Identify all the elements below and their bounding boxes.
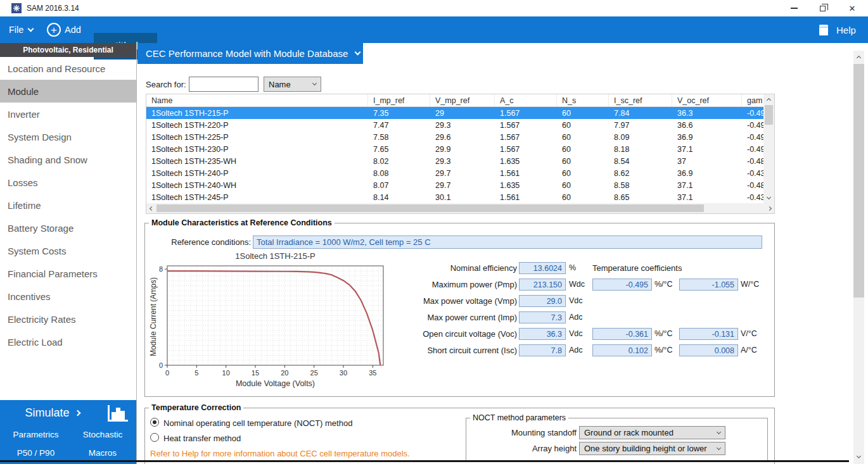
table-cell: 1.561 [495,193,557,202]
sidebar-item-system-costs[interactable]: System Costs [0,239,136,262]
macros-button[interactable]: Macros [71,448,134,458]
search-filter-dropdown[interactable]: Name [264,77,321,92]
table-cell: 1.567 [495,121,557,130]
svg-text:10: 10 [222,369,230,377]
performance-model-selector[interactable]: CEC Performance Model with Module Databa… [137,43,363,64]
max-power-current-label: Max power current (Imp) [390,313,517,322]
table-scroll-right-button[interactable] [764,203,774,213]
array-height-dropdown[interactable]: One story building height or lower [579,442,725,455]
table-cell: 1.635 [495,181,557,190]
sidebar-item-location-and-resource[interactable]: Location and Resource [0,57,136,80]
sidebar-item-electric-load[interactable]: Electric Load [0,330,136,353]
main-scroll-up-button[interactable] [853,53,864,62]
table-cell: -0.48 [742,181,765,190]
table-row[interactable]: 1Soltech 1STH-235-WH8.0229.31.635608.543… [146,155,774,167]
main-scroll-down-button[interactable] [853,452,864,461]
short-circuit-current-field: 7.8 [519,344,566,356]
restore-button[interactable] [809,0,836,16]
sidebar-item-electricity-rates[interactable]: Electricity Rates [0,308,136,330]
table-cell: -0.49 [742,121,765,130]
add-button-label: Add [65,25,81,35]
minimize-button[interactable] [781,0,807,16]
chevron-down-icon [767,194,771,199]
chevron-down-icon [355,49,361,56]
table-cell: 7.97 [609,121,672,130]
column-header[interactable]: A_c [495,94,557,106]
table-row[interactable]: 1Soltech 1STH-245-P8.1430.11.561608.6537… [146,191,774,203]
svg-text:0: 0 [159,361,163,369]
nominal-efficiency-label: Nominal efficiency [390,263,517,273]
table-cell: 60 [557,181,609,190]
table-row[interactable]: 1Soltech 1STH-240-WH8.0729.71.635608.583… [146,179,774,191]
file-menu[interactable]: File [9,16,33,43]
column-header[interactable]: V_oc_ref [672,94,742,106]
short-circuit-current-unit: Adc [569,346,583,354]
svg-text:20: 20 [281,369,288,377]
column-header[interactable]: N_s [557,94,609,106]
sidebar-item-module[interactable]: Module [0,80,136,103]
help-button[interactable]: Help [819,16,856,43]
table-cell: 7.47 [368,121,430,130]
table-cell: 37.1 [672,193,742,202]
mounting-standoff-dropdown[interactable]: Ground or rack mounted [579,426,725,439]
table-cell: 8.07 [368,181,430,190]
table-row[interactable]: 1Soltech 1STH-220-P7.4729.31.567607.9736… [146,119,774,131]
isc-temp-coeff-pct-unit: %/°C [654,346,673,354]
main-vertical-scroll-thumb[interactable] [853,64,864,298]
table-cell: 1.567 [495,133,557,142]
table-cell: 29.3 [430,157,495,166]
sidebar-item-incentives[interactable]: Incentives [0,285,136,308]
sidebar-item-inverter[interactable]: Inverter [0,103,136,125]
open-circuit-voltage-field: 36.3 [519,328,566,340]
table-row[interactable]: 1Soltech 1STH-240-P8.0829.71.561608.6236… [146,167,774,179]
max-power-field: 213.150 [519,279,566,291]
sam-application-window: SAM 2016.3.14 File Add untitled Help Pho… [0,0,868,464]
close-button[interactable] [839,0,865,16]
column-header[interactable]: Name [146,94,368,106]
search-input[interactable] [189,77,258,92]
table-vertical-scroll-thumb[interactable] [765,105,773,125]
table-cell: 8.65 [609,193,672,202]
table-horizontal-scroll-thumb[interactable] [156,204,704,212]
table-cell: 7.58 [368,133,430,142]
table-scroll-down-button[interactable] [763,193,774,202]
table-row[interactable]: 1Soltech 1STH-215-P7.35291.567607.8436.3… [146,107,774,119]
max-power-current-unit: Adc [569,313,583,322]
sidebar-item-shading-and-snow[interactable]: Shading and Snow [0,148,136,171]
noct-method-radio-label[interactable]: Nominal operating cell temperature (NOCT… [163,418,352,428]
column-header[interactable]: I_mp_ref [368,94,430,106]
sam-app-icon [11,3,22,13]
sidebar-item-system-design[interactable]: System Design [0,125,136,148]
sidebar-item-financial-parameters[interactable]: Financial Parameters [0,262,136,285]
chart-x-axis-label: Module Voltage (Volts) [167,379,383,388]
svg-text:15: 15 [252,369,259,377]
close-icon [849,3,856,14]
array-height-label: Array height [482,444,577,453]
sidebar-item-battery-storage[interactable]: Battery Storage [0,216,136,239]
stochastic-button[interactable]: Stochastic [71,429,134,440]
add-button[interactable]: Add [47,16,81,43]
file-menu-label: File [9,25,23,35]
voc-temp-coeff-v-unit: V/°C [741,329,757,338]
sidebar-item-losses[interactable]: Losses [0,171,136,194]
table-cell: -0.49 [742,109,765,118]
noct-method-radio[interactable] [150,418,159,427]
simulate-button[interactable]: Simulate [0,403,105,423]
heat-transfer-method-radio-label[interactable]: Heat transfer method [163,434,241,443]
table-row[interactable]: 1Soltech 1STH-230-P7.6529.91.567608.1837… [146,143,774,155]
column-header[interactable]: gam [742,94,765,106]
performance-model-label: CEC Performance Model with Module Databa… [146,48,348,59]
column-header[interactable]: V_mp_ref [430,94,495,106]
table-cell: 7.65 [368,145,430,154]
parametrics-button[interactable]: Parametrics [3,429,69,440]
table-scroll-up-button[interactable] [763,96,774,104]
sidebar-item-lifetime[interactable]: Lifetime [0,194,136,216]
p50-p90-button[interactable]: P50 / P90 [3,448,69,458]
table-row[interactable]: 1Soltech 1STH-225-P7.5829.61.567608.0936… [146,131,774,143]
heat-transfer-method-radio[interactable] [150,433,159,442]
table-scroll-left-button[interactable] [146,203,156,213]
column-header[interactable]: I_sc_ref [609,94,672,106]
max-power-voltage-label: Max power voltage (Vmp) [390,296,517,306]
pmp-temp-coeff-pct-unit: %/°C [654,280,673,289]
table-cell: 36.3 [672,109,742,118]
